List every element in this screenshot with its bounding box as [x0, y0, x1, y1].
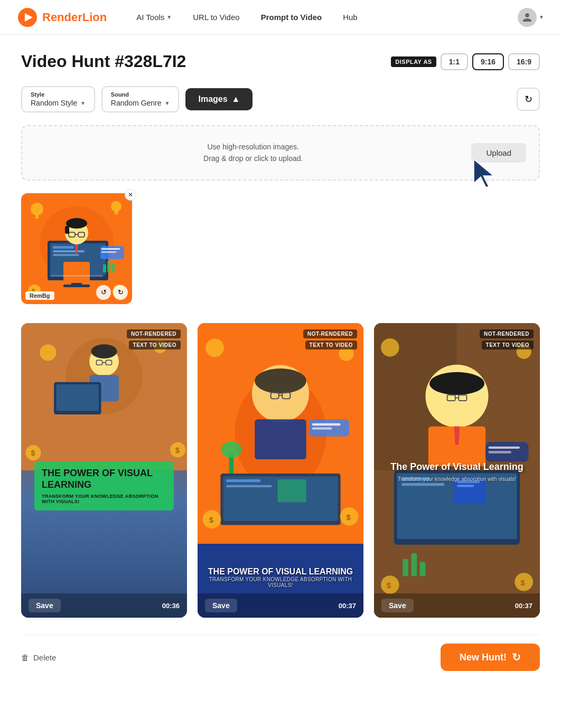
svg-text:$: $: [387, 581, 391, 590]
card2-subtitle: TRANSFORM YOUR KNOWLEDGE ABSORPTION WITH…: [204, 576, 357, 588]
nav-item-url-to-video[interactable]: URL to Video: [184, 8, 248, 26]
sound-label: Sound: [111, 91, 129, 98]
svg-rect-33: [107, 261, 110, 272]
card3-text-overlay: The Power of Visual Learning Transform y…: [387, 461, 527, 482]
user-dropdown-icon[interactable]: ▼: [539, 14, 544, 20]
svg-rect-32: [103, 264, 106, 272]
svg-rect-101: [411, 553, 417, 576]
header-right: ▼: [518, 8, 544, 27]
style-dropdown[interactable]: Style Random Style ▼: [21, 86, 95, 112]
card2-save-button[interactable]: Save: [205, 599, 237, 612]
svg-rect-93: [489, 451, 511, 453]
new-hunt-button[interactable]: New Hunt! ↻: [441, 644, 540, 671]
svg-point-42: [40, 344, 56, 361]
upload-area[interactable]: Use high-resolution images. Drag & drop …: [21, 125, 540, 181]
display-as-row: DISPLAY AS 1:1 9:16 16:9: [391, 53, 540, 70]
svg-rect-15: [63, 285, 90, 287]
logo[interactable]: RenderLion: [17, 7, 107, 28]
card3-subtitle: Transform your knowledge absorption with…: [387, 476, 527, 482]
card3-badges: NOT-RENDERED TEXT TO VIDEO: [480, 329, 534, 349]
svg-point-7: [111, 201, 121, 212]
nav-item-ai-tools[interactable]: AI Tools ▼: [128, 8, 180, 26]
upload-button[interactable]: Upload: [471, 143, 526, 163]
header: RenderLion AI Tools ▼ URL to Video Promp…: [0, 0, 561, 35]
ratio-btn-9-16[interactable]: 9:16: [472, 53, 504, 70]
display-as-label: DISPLAY AS: [391, 56, 436, 67]
logo-text: RenderLion: [42, 11, 107, 24]
page-title: Video Hunt #328L7I2: [21, 52, 186, 71]
card1-badge-text-to-video: TEXT TO VIDEO: [129, 341, 181, 349]
svg-text:$: $: [175, 446, 180, 454]
svg-point-54: [255, 368, 306, 394]
svg-rect-87: [401, 483, 444, 486]
delete-label: Delete: [33, 653, 56, 662]
card1-badges: NOT-RENDERED TEXT TO VIDEO: [127, 329, 181, 349]
card2-badges: NOT-RENDERED TEXT TO VIDEO: [303, 329, 357, 349]
image-thumbnail: ✕: [21, 193, 132, 304]
nav-item-prompt-to-video[interactable]: Prompt to Video: [253, 8, 331, 26]
ratio-btn-1-1[interactable]: 1:1: [441, 53, 468, 70]
refresh-button[interactable]: ↻: [517, 88, 540, 111]
card1-save-button[interactable]: Save: [29, 599, 61, 612]
sound-dropdown[interactable]: Sound Random Genre ▼: [101, 86, 180, 112]
svg-point-78: [429, 372, 484, 395]
style-label: Style: [31, 91, 44, 98]
new-hunt-label: New Hunt!: [460, 652, 507, 663]
video-card-3[interactable]: $ $ The Power of Visual Learning Transfo…: [374, 323, 540, 618]
main-nav: AI Tools ▼ URL to Video Prompt to Video …: [128, 8, 518, 26]
image-thumb-inner: $ $ RemBg ↺ ↻: [21, 193, 132, 304]
card3-title: The Power of Visual Learning: [387, 461, 527, 473]
card1-duration: 00:36: [162, 602, 180, 610]
card2-duration: 00:37: [339, 602, 356, 610]
svg-point-18: [66, 218, 87, 229]
title-row: Video Hunt #328L7I2 DISPLAY AS 1:1 9:16 …: [21, 52, 540, 71]
rotate-right-button[interactable]: ↻: [113, 285, 128, 300]
svg-rect-16: [63, 262, 90, 283]
svg-rect-68: [312, 427, 332, 429]
card2-badge-not-rendered: NOT-RENDERED: [303, 329, 357, 338]
delete-button[interactable]: 🗑 Delete: [21, 653, 56, 662]
style-dropdown-icon: ▼: [80, 100, 86, 106]
refresh-icon: ↻: [525, 93, 532, 105]
images-label: Images: [198, 94, 227, 104]
sound-value: Random Genre ▼: [111, 99, 170, 107]
user-avatar[interactable]: [518, 8, 537, 27]
svg-rect-102: [420, 562, 426, 576]
svg-rect-41: [57, 384, 99, 411]
svg-rect-59: [226, 485, 272, 487]
card1-badge-not-rendered: NOT-RENDERED: [127, 329, 181, 338]
svg-rect-67: [312, 423, 341, 426]
svg-rect-26: [101, 248, 120, 250]
svg-text:$: $: [31, 449, 35, 457]
footer-row: 🗑 Delete New Hunt! ↻: [21, 635, 540, 671]
card3-duration: 00:37: [515, 602, 532, 610]
card2-title: THE POWER OF VISUAL LEARNING: [204, 567, 357, 576]
svg-rect-24: [50, 275, 103, 277]
svg-rect-60: [278, 479, 306, 502]
video-card-1[interactable]: $ $ THE POWER OF VISUAL LEARNING TRANSFO…: [21, 323, 187, 618]
card1-title: THE POWER OF VISUAL LEARNING: [42, 468, 166, 490]
card3-badge-text-to-video: TEXT TO VIDEO: [482, 341, 534, 349]
card3-save-button[interactable]: Save: [381, 599, 414, 612]
close-thumbnail-button[interactable]: ✕: [125, 189, 136, 201]
svg-rect-58: [226, 479, 260, 482]
images-button[interactable]: Images ▲: [185, 88, 253, 110]
svg-rect-13: [53, 254, 79, 256]
upload-section: Use high-resolution images. Drag & drop …: [21, 125, 540, 181]
upload-hint: Use high-resolution images. Drag & drop …: [35, 141, 471, 165]
svg-text:$: $: [209, 515, 214, 524]
svg-text:$: $: [347, 513, 351, 522]
svg-rect-55: [255, 419, 306, 459]
ai-tools-dropdown-icon: ▼: [166, 14, 172, 20]
rotate-left-button[interactable]: ↺: [96, 285, 111, 300]
card2-text-overlay: THE POWER OF VISUAL LEARNING TRANSFORM Y…: [198, 563, 363, 592]
svg-rect-8: [115, 211, 118, 214]
ratio-btn-16-9[interactable]: 16:9: [508, 53, 540, 70]
svg-rect-12: [53, 250, 85, 252]
svg-rect-27: [101, 251, 116, 253]
card1-bottom: Save 00:36: [21, 593, 187, 618]
nav-item-hub[interactable]: Hub: [334, 8, 366, 26]
video-cards-row: $ $ THE POWER OF VISUAL LEARNING TRANSFO…: [21, 323, 540, 618]
video-card-2[interactable]: $ $ THE POWER OF VISUAL LEARNING TRANSFO…: [198, 323, 363, 618]
style-value: Random Style ▼: [31, 99, 86, 107]
